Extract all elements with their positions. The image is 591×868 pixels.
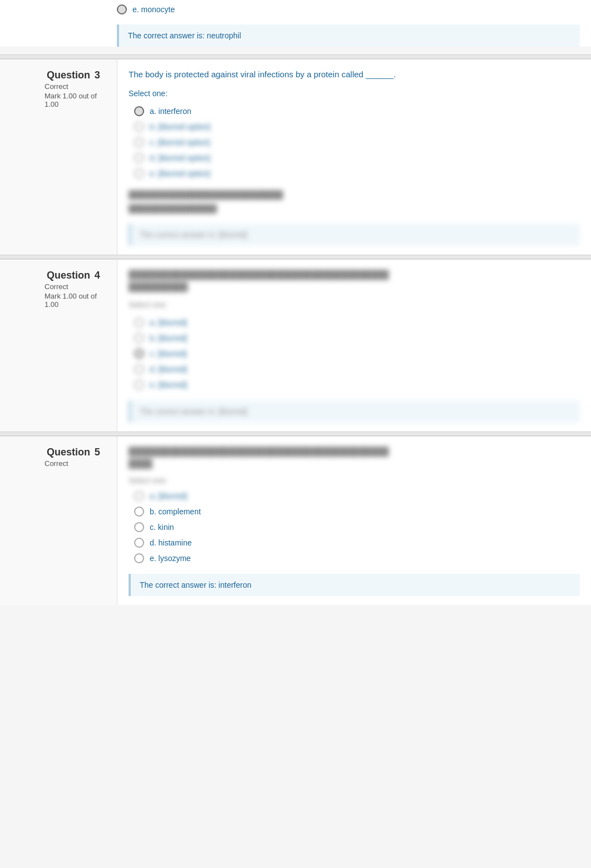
question-5-status: Correct <box>45 459 106 468</box>
question-3-select-one: Select one: <box>129 89 580 98</box>
option-4b-text: b. [blurred] <box>150 334 187 343</box>
correct-answer-box-q2: The correct answer is: neutrophil <box>117 24 580 47</box>
question-5-options: b. complement c. kinin d. histamine e. l… <box>134 504 580 566</box>
option-3b-text: b. [blurred option] <box>150 122 210 131</box>
question2-tail: e. monocyte The correct answer is: neutr… <box>0 0 591 47</box>
question-4-correct-answer: The correct answer is: [blurred] <box>129 400 580 423</box>
option-row-4e[interactable]: e. [blurred] <box>134 377 580 393</box>
section-separator-1 <box>0 54 591 59</box>
question-3-left: Question 3 Correct Mark 1.00 out of 1.00 <box>0 59 117 255</box>
radio-3d[interactable] <box>134 153 144 163</box>
question-3-block: Question 3 Correct Mark 1.00 out of 1.00… <box>0 59 591 255</box>
question-4-text: ████████████████████████████████████████… <box>129 269 580 294</box>
radio-4a[interactable] <box>134 318 144 328</box>
radio-4c[interactable] <box>134 349 144 359</box>
question-3-blurred-section: ████████████████████████████ ███████████… <box>129 188 580 216</box>
radio-4e[interactable] <box>134 380 144 390</box>
option-4e-text: e. [blurred] <box>150 380 187 389</box>
question-4-select-one: Select one: <box>129 300 580 309</box>
option-5b-text: b. complement <box>150 507 201 516</box>
option-row-3a[interactable]: a. interferon <box>134 103 580 119</box>
option-row-4a[interactable]: a. [blurred] <box>134 315 580 330</box>
option-row-3e[interactable]: e. [blurred option] <box>134 166 580 181</box>
option-5e-text: e. lysozyme <box>150 554 191 563</box>
option-3a-text: a. interferon <box>150 107 191 116</box>
question-5-correct-answer: The correct answer is: interferon <box>129 574 580 596</box>
option-e-text: e. monocyte <box>132 5 175 14</box>
option-row-5b[interactable]: b. complement <box>134 504 580 519</box>
option-row-5e[interactable]: e. lysozyme <box>134 550 580 566</box>
question-3-right: The body is protected against viral infe… <box>117 59 591 255</box>
radio-5b[interactable] <box>134 507 144 517</box>
radio-3c[interactable] <box>134 137 144 147</box>
radio-3a[interactable] <box>134 106 144 116</box>
question-4-right: ████████████████████████████████████████… <box>117 260 591 431</box>
question-3-text: The body is protected against viral infe… <box>129 68 580 81</box>
radio-5d[interactable] <box>134 538 144 548</box>
option-row-4c[interactable]: c. [blurred] <box>134 346 580 361</box>
radio-4b[interactable] <box>134 333 144 343</box>
question-4-block: Question 4 Correct Mark 1.00 out of 1.00… <box>0 259 591 431</box>
option-4c-text: c. [blurred] <box>150 349 186 358</box>
option-row-4b[interactable]: b. [blurred] <box>134 330 580 346</box>
question-3-status: Correct <box>45 82 106 91</box>
question-3-mark: Mark 1.00 out of 1.00 <box>45 92 106 108</box>
option-3c-text: c. [blurred option] <box>150 138 210 147</box>
radio-5e[interactable] <box>134 553 144 563</box>
page-wrapper: e. monocyte The correct answer is: neutr… <box>0 0 591 605</box>
question-5-number: Question 5 <box>45 447 106 458</box>
radio-5c[interactable] <box>134 522 144 532</box>
question-5-left: Question 5 Correct <box>0 437 117 605</box>
question-5-text: ████████████████████████████████████████… <box>129 445 580 470</box>
question-4-status: Correct <box>45 282 106 291</box>
option-row-3b[interactable]: b. [blurred option] <box>134 119 580 135</box>
option-4d-text: d. [blurred] <box>150 365 187 374</box>
question-3-options: a. interferon b. [blurred option] c. [bl… <box>134 103 580 181</box>
option-3e-text: e. [blurred option] <box>150 169 210 178</box>
question-5-block: Question 5 Correct █████████████████████… <box>0 436 591 605</box>
option-row-3d[interactable]: d. [blurred option] <box>134 150 580 166</box>
radio-4d[interactable] <box>134 364 144 374</box>
option-row-3c[interactable]: c. [blurred option] <box>134 135 580 150</box>
radio-e[interactable] <box>117 4 127 14</box>
option-row-5d[interactable]: d. histamine <box>134 535 580 550</box>
question-4-left: Question 4 Correct Mark 1.00 out of 1.00 <box>0 260 117 431</box>
radio-5a[interactable] <box>134 491 144 501</box>
option-5a-text: a. [blurred] <box>150 492 187 500</box>
question-4-mark: Mark 1.00 out of 1.00 <box>45 292 106 309</box>
question-4-number: Question 4 <box>45 270 106 281</box>
option-3d-text: d. [blurred option] <box>150 153 210 162</box>
question-3-number: Question 3 <box>45 70 106 81</box>
question-5-select-one: Select one: <box>129 476 580 485</box>
option-row-5c[interactable]: c. kinin <box>134 519 580 535</box>
option-row-5a[interactable]: a. [blurred] <box>134 488 580 504</box>
question-4-options: a. [blurred] b. [blurred] c. [blurred] d… <box>134 315 580 393</box>
radio-3b[interactable] <box>134 122 144 132</box>
question-3-correct-answer: The correct answer is: [blurred] <box>129 224 580 246</box>
option-5d-text: d. histamine <box>150 538 191 547</box>
option-row-e: e. monocyte <box>117 0 580 19</box>
option-row-4d[interactable]: d. [blurred] <box>134 361 580 377</box>
section-separator-2 <box>0 255 591 259</box>
option-5c-text: c. kinin <box>150 523 174 532</box>
option-4a-text: a. [blurred] <box>150 318 187 327</box>
section-separator-3 <box>0 431 591 436</box>
question-5-right: ████████████████████████████████████████… <box>117 437 591 605</box>
radio-3e[interactable] <box>134 168 144 178</box>
